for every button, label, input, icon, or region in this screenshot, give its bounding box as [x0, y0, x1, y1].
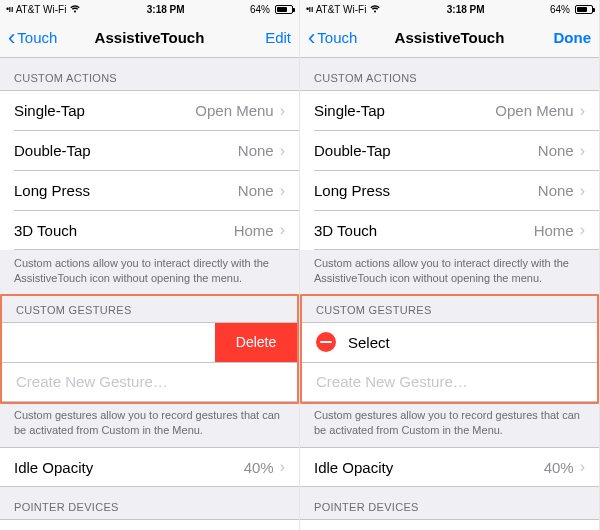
highlight-box: CUSTOM GESTURES Delete Create New Gestur…	[0, 294, 299, 404]
row-label: Idle Opacity	[314, 459, 544, 476]
chevron-right-icon: ›	[580, 182, 585, 200]
row-double-tap[interactable]: Double-Tap None ›	[14, 130, 299, 170]
chevron-right-icon: ›	[580, 102, 585, 120]
section-header-pointer: POINTER DEVICES	[300, 487, 599, 519]
chevron-right-icon: ›	[280, 221, 285, 239]
section-header-gestures: CUSTOM GESTURES	[302, 296, 597, 322]
row-label: Long Press	[14, 182, 238, 199]
chevron-right-icon: ›	[280, 142, 285, 160]
signal-dots: •ııı	[6, 4, 13, 14]
navbar: ‹ Touch AssistiveTouch Edit	[0, 18, 299, 58]
edit-button[interactable]: Edit	[265, 29, 291, 46]
row-value: None	[238, 182, 274, 199]
row-value: None	[538, 142, 574, 159]
row-label: Long Press	[314, 182, 538, 199]
minus-circle-icon[interactable]	[316, 332, 336, 352]
row-label: Idle Opacity	[14, 459, 244, 476]
status-bar: •ııı AT&T Wi-Fi 3:18 PM 64%	[300, 0, 599, 18]
back-button[interactable]: ‹ Touch	[308, 27, 357, 49]
row-devices[interactable]: Devices ›	[0, 519, 299, 530]
section-footer-actions: Custom actions allow you to interact dir…	[300, 250, 599, 296]
back-button[interactable]: ‹ Touch	[8, 27, 57, 49]
row-idle-opacity[interactable]: Idle Opacity 40% ›	[300, 447, 599, 487]
chevron-right-icon: ›	[280, 182, 285, 200]
battery-pct: 64%	[250, 4, 270, 15]
row-value: Open Menu	[495, 102, 573, 119]
back-label: Touch	[17, 29, 57, 46]
chevron-right-icon: ›	[280, 458, 285, 476]
row-label: Single-Tap	[314, 102, 495, 119]
chevron-right-icon: ›	[280, 102, 285, 120]
section-header-pointer: POINTER DEVICES	[0, 487, 299, 519]
gesture-select-label: Select	[348, 334, 390, 351]
row-label: Double-Tap	[14, 142, 238, 159]
highlight-box: CUSTOM GESTURES Select Create New Gestur…	[300, 294, 599, 404]
row-label: Double-Tap	[314, 142, 538, 159]
status-time: 3:18 PM	[381, 4, 550, 15]
row-value: Open Menu	[195, 102, 273, 119]
row-idle-opacity[interactable]: Idle Opacity 40% ›	[0, 447, 299, 487]
create-gesture-label: Create New Gesture…	[16, 373, 283, 390]
create-gesture-label: Create New Gesture…	[316, 373, 583, 390]
row-value: 40%	[544, 459, 574, 476]
section-header-gestures: CUSTOM GESTURES	[2, 296, 297, 322]
carrier-label: AT&T Wi-Fi	[16, 4, 67, 15]
chevron-left-icon: ‹	[308, 27, 315, 49]
row-value: Home	[234, 222, 274, 239]
gesture-row-swiped[interactable]: Delete	[2, 322, 297, 362]
section-header-actions: CUSTOM ACTIONS	[0, 58, 299, 90]
row-value: None	[238, 142, 274, 159]
navbar: ‹ Touch AssistiveTouch Done	[300, 18, 599, 58]
create-gesture-row[interactable]: Create New Gesture…	[302, 362, 597, 402]
section-footer-actions: Custom actions allow you to interact dir…	[0, 250, 299, 296]
section-footer-gestures: Custom gestures allow you to record gest…	[300, 402, 599, 448]
wifi-icon	[369, 4, 381, 15]
row-label: Single-Tap	[14, 102, 195, 119]
content: CUSTOM ACTIONS Single-Tap Open Menu › Do…	[0, 58, 299, 530]
delete-button[interactable]: Delete	[215, 323, 297, 362]
row-label: 3D Touch	[314, 222, 534, 239]
row-devices[interactable]: Devices ›	[300, 519, 599, 530]
battery-icon	[275, 5, 293, 14]
row-long-press[interactable]: Long Press None ›	[314, 170, 599, 210]
gesture-row-content	[2, 323, 215, 362]
chevron-left-icon: ‹	[8, 27, 15, 49]
phone-right: •ııı AT&T Wi-Fi 3:18 PM 64% ‹ Touch Assi…	[300, 0, 600, 530]
phone-left: •ııı AT&T Wi-Fi 3:18 PM 64% ‹ Touch Assi…	[0, 0, 300, 530]
row-label: 3D Touch	[14, 222, 234, 239]
row-value: 40%	[244, 459, 274, 476]
wifi-icon	[69, 4, 81, 15]
section-header-actions: CUSTOM ACTIONS	[300, 58, 599, 90]
battery-pct: 64%	[550, 4, 570, 15]
row-double-tap[interactable]: Double-Tap None ›	[314, 130, 599, 170]
row-3d-touch[interactable]: 3D Touch Home ›	[14, 210, 299, 250]
signal-dots: •ııı	[306, 4, 313, 14]
row-single-tap[interactable]: Single-Tap Open Menu ›	[300, 90, 599, 130]
row-long-press[interactable]: Long Press None ›	[14, 170, 299, 210]
status-time: 3:18 PM	[81, 4, 250, 15]
done-button[interactable]: Done	[554, 29, 592, 46]
chevron-right-icon: ›	[580, 142, 585, 160]
battery-icon	[575, 5, 593, 14]
back-label: Touch	[317, 29, 357, 46]
carrier-label: AT&T Wi-Fi	[316, 4, 367, 15]
row-value: Home	[534, 222, 574, 239]
row-3d-touch[interactable]: 3D Touch Home ›	[314, 210, 599, 250]
section-footer-gestures: Custom gestures allow you to record gest…	[0, 402, 299, 448]
chevron-right-icon: ›	[580, 221, 585, 239]
row-single-tap[interactable]: Single-Tap Open Menu ›	[0, 90, 299, 130]
chevron-right-icon: ›	[580, 458, 585, 476]
content: CUSTOM ACTIONS Single-Tap Open Menu › Do…	[300, 58, 599, 530]
row-value: None	[538, 182, 574, 199]
gesture-row-edit[interactable]: Select	[302, 322, 597, 362]
create-gesture-row[interactable]: Create New Gesture…	[2, 362, 297, 402]
status-bar: •ııı AT&T Wi-Fi 3:18 PM 64%	[0, 0, 299, 18]
